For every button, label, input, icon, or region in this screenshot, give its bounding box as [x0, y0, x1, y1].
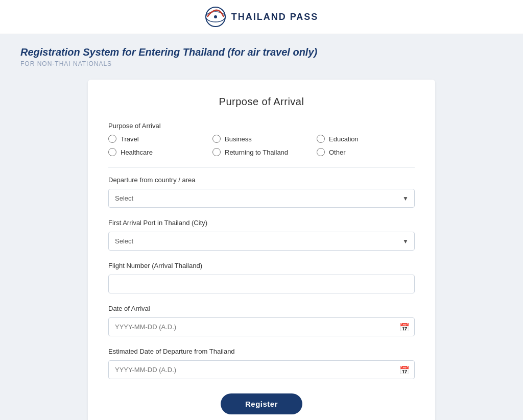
date-departure-wrapper: 📅	[108, 360, 415, 379]
departure-label: Departure from country / area	[108, 176, 415, 184]
logo-icon	[205, 6, 226, 28]
registration-title: Registration System for Entering Thailan…	[20, 46, 503, 58]
registration-subtitle: FOR NON-THAI NATIONALS	[20, 60, 503, 67]
radio-healthcare-label: Healthcare	[121, 149, 153, 156]
date-departure-field-group: Estimated Date of Departure from Thailan…	[108, 348, 415, 379]
date-arrival-label: Date of Arrival	[108, 305, 415, 312]
departure-select[interactable]: Select	[108, 189, 415, 208]
purpose-label: Purpose of Arrival	[108, 122, 415, 130]
arrival-port-select[interactable]: Select	[108, 232, 415, 251]
flight-number-input[interactable]	[108, 275, 415, 293]
flight-number-label: Flight Number (Arrival Thailand)	[108, 262, 415, 269]
radio-education[interactable]: Education	[317, 135, 415, 143]
radio-business-label: Business	[225, 135, 252, 143]
radio-other-input[interactable]	[317, 148, 325, 156]
radio-other-label: Other	[329, 149, 346, 156]
radio-returning[interactable]: Returning to Thailand	[212, 148, 311, 156]
header-title: THAILAND PASS	[231, 12, 319, 22]
svg-point-2	[214, 15, 217, 18]
register-button[interactable]: Register	[221, 393, 302, 414]
date-departure-input[interactable]	[108, 360, 415, 379]
purpose-field-group: Purpose of Arrival Travel Business Educa…	[108, 122, 415, 156]
date-arrival-input[interactable]	[108, 317, 415, 336]
radio-returning-input[interactable]	[212, 148, 221, 156]
arrival-port-field-group: First Arrival Port in Thailand (City) Se…	[108, 219, 415, 251]
divider-1	[108, 167, 415, 168]
departure-field-group: Departure from country / area Select ▼	[108, 176, 415, 208]
radio-other[interactable]: Other	[317, 148, 415, 156]
logo-container: THAILAND PASS	[205, 6, 319, 28]
form-card: Purpose of Arrival Purpose of Arrival Tr…	[88, 80, 435, 420]
radio-business[interactable]: Business	[212, 135, 311, 143]
arrival-port-select-wrapper: Select ▼	[108, 232, 415, 251]
radio-business-input[interactable]	[212, 135, 221, 143]
date-arrival-wrapper: 📅	[108, 317, 415, 336]
date-arrival-field-group: Date of Arrival 📅	[108, 305, 415, 336]
flight-number-field-group: Flight Number (Arrival Thailand)	[108, 262, 415, 293]
header: THAILAND PASS	[0, 0, 523, 34]
radio-returning-label: Returning to Thailand	[225, 149, 288, 156]
form-section-title: Purpose of Arrival	[108, 96, 415, 108]
date-departure-label: Estimated Date of Departure from Thailan…	[108, 348, 415, 355]
radio-healthcare-input[interactable]	[108, 148, 116, 156]
radio-travel-input[interactable]	[108, 135, 116, 143]
radio-education-input[interactable]	[317, 135, 325, 143]
purpose-radio-grid: Travel Business Education Healthcare	[108, 135, 415, 156]
radio-travel-label: Travel	[121, 135, 139, 143]
radio-healthcare[interactable]: Healthcare	[108, 148, 206, 156]
radio-education-label: Education	[329, 135, 359, 143]
arrival-port-label: First Arrival Port in Thailand (City)	[108, 219, 415, 227]
departure-select-wrapper: Select ▼	[108, 189, 415, 208]
page-container: Registration System for Entering Thailan…	[0, 34, 523, 420]
radio-travel[interactable]: Travel	[108, 135, 206, 143]
